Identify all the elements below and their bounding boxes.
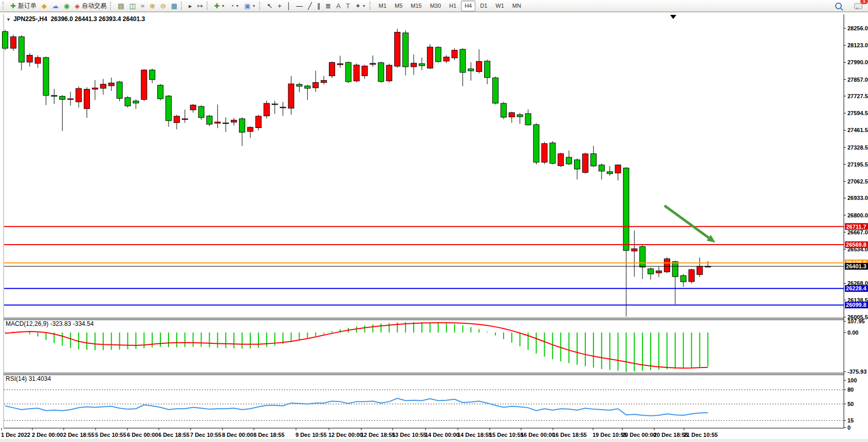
fibonacci-icon: ≣: [325, 3, 331, 9]
chart-shift-button[interactable]: ↦: [195, 1, 205, 11]
candle-body: [288, 84, 294, 108]
candle-body: [255, 116, 261, 127]
candle-body: [313, 82, 319, 87]
hline-price-label: 26099.8: [846, 302, 866, 308]
periods-button[interactable]: ◔▼: [228, 1, 241, 11]
new-order-button[interactable]: ✚新订单: [8, 1, 39, 11]
candle-body: [493, 78, 498, 103]
candle-body: [239, 119, 245, 132]
rsi-tick-label: 100: [847, 377, 857, 383]
candle-body: [158, 85, 163, 99]
search-button[interactable]: [833, 1, 844, 11]
zoom-out-button[interactable]: ⊖: [158, 1, 168, 11]
date-tick-label: 6 Dec 00:00: [127, 432, 158, 438]
auto-scroll-button[interactable]: ▸: [187, 1, 194, 11]
crosshair-button[interactable]: +: [275, 1, 284, 11]
dropdown-arrow-icon: ▼: [252, 4, 255, 8]
candle-body: [525, 114, 531, 125]
zoom-in-button[interactable]: ⊕: [147, 1, 157, 11]
arrows-shapes-button[interactable]: ✦▼: [353, 1, 368, 11]
equidistant-channel-button[interactable]: ∥: [315, 1, 323, 11]
date-tick-label: 1 Dec 2022: [1, 432, 30, 438]
timeframe-m5-button[interactable]: M5: [391, 1, 406, 11]
signals-button[interactable]: ◉: [62, 1, 71, 11]
date-tick-label: 8 Dec 00:00: [222, 432, 253, 438]
candle-body: [166, 96, 172, 121]
chart-title: ▼JPN225-,H4 26396.0 26441.3 26393.4 2640…: [6, 15, 145, 23]
date-tick-label: 7 Dec 10:55: [190, 432, 221, 438]
candle-body: [362, 66, 367, 76]
text-button[interactable]: A: [334, 1, 343, 11]
candle-body: [460, 49, 466, 72]
timeframe-h4-button[interactable]: H4: [461, 1, 475, 11]
fibonacci-button[interactable]: ≣: [323, 1, 333, 11]
cursor-button[interactable]: ↖: [265, 1, 274, 11]
date-tick-label: 2 Dec 00:00: [32, 432, 63, 438]
tile-windows-button[interactable]: ▦: [169, 1, 179, 11]
date-tick-label: 9 Dec 10:55: [296, 432, 327, 438]
date-tick-label: 6 Dec 18:55: [158, 432, 190, 438]
chart-window: 28256.028123.027990.027857.027727.527594…: [0, 12, 868, 439]
auto-scroll-icon: ▸: [189, 3, 192, 9]
hline-price-label: 26228.4: [846, 285, 867, 291]
window-bottom-edge: [0, 439, 868, 442]
candle-body: [92, 88, 98, 89]
charts-profile-button[interactable]: ◆: [40, 1, 49, 11]
horizontal-line-button[interactable]: —: [294, 1, 305, 11]
price-tick-label: 27594.5: [847, 110, 868, 116]
price-tick-label: 28123.0: [847, 42, 868, 48]
chevron-down-icon[interactable]: ▼: [6, 17, 11, 22]
macd-tick-label: -375.93: [847, 369, 866, 375]
candle-body: [51, 96, 57, 97]
dropdown-arrow-icon: ▼: [221, 4, 225, 8]
dropdown-arrow-icon: ▼: [235, 4, 239, 8]
vertical-line-button[interactable]: │: [285, 1, 293, 11]
chat-bubble-icon: [854, 3, 862, 9]
notifications-button[interactable]: 1: [845, 1, 864, 11]
candlestick-chart-button[interactable]: ◫: [127, 1, 138, 11]
candle-body: [231, 120, 237, 122]
timeframe-m30-button[interactable]: M30: [427, 1, 445, 11]
candle-body: [672, 262, 678, 277]
toolbar-grip: [370, 2, 373, 10]
timeframe-d1-button[interactable]: D1: [476, 1, 491, 11]
timeframe-mn-button[interactable]: MN: [509, 1, 525, 11]
candle-body: [354, 65, 359, 81]
bar-chart-button[interactable]: ▤: [116, 1, 126, 11]
line-chart-button[interactable]: ≈: [139, 1, 146, 11]
timeframe-m15-button[interactable]: M15: [407, 1, 425, 11]
timeframe-h1-button[interactable]: H1: [446, 1, 460, 11]
hline-price-label: 26569.8: [846, 242, 866, 248]
candle-body: [378, 63, 384, 82]
candle-body: [623, 168, 629, 250]
candle-body: [215, 122, 220, 123]
price-tick-label: 27461.5: [847, 127, 868, 133]
candle-body: [615, 165, 621, 173]
trendline-icon: ╱: [308, 3, 312, 9]
rsi-tick-label: 50: [847, 401, 854, 407]
candle-body: [517, 115, 523, 117]
templates-button[interactable]: ▣▼: [242, 1, 257, 11]
trendline-button[interactable]: ╱: [306, 1, 314, 11]
candle-body: [125, 98, 131, 106]
tile-windows-icon: ▦: [171, 3, 177, 9]
candlestick-chart-icon: ◫: [130, 3, 136, 9]
navigator-button[interactable]: ☁: [50, 1, 61, 11]
indicators-button[interactable]: ✚▼: [212, 1, 227, 11]
timeframe-m1-button[interactable]: M1: [375, 1, 390, 11]
crosshair-icon: +: [278, 3, 282, 9]
auto-trading-button[interactable]: ◈自动交易: [72, 1, 108, 11]
price-tick-label: 27195.5: [847, 161, 868, 168]
candle-body: [264, 103, 269, 116]
timeframe-w1-button[interactable]: W1: [492, 1, 508, 11]
candle-body: [207, 116, 212, 124]
candle-body: [656, 271, 662, 273]
candle-body: [133, 101, 139, 103]
text-icon: A: [336, 3, 341, 9]
search-icon: [835, 3, 842, 9]
candle-body: [575, 160, 580, 169]
new-order-icon: ✚: [10, 3, 16, 9]
chart-shift-icon: ↦: [197, 3, 203, 9]
text-label-button[interactable]: T: [344, 1, 352, 11]
candle-body: [640, 247, 645, 267]
